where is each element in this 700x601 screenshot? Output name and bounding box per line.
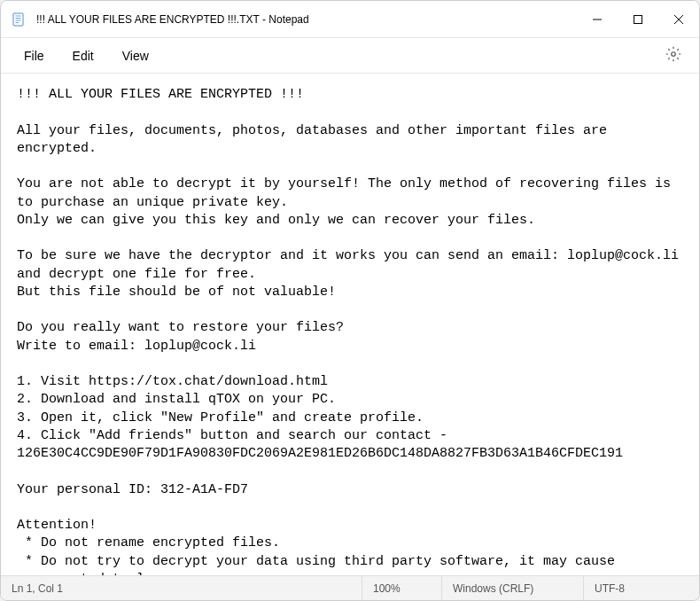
- window-controls: [577, 1, 699, 37]
- titlebar[interactable]: !!! ALL YOUR FILES ARE ENCRYPTED !!!.TXT…: [1, 1, 699, 38]
- status-position: Ln 1, Col 1: [1, 576, 362, 600]
- gear-icon: [665, 46, 681, 66]
- statusbar: Ln 1, Col 1 100% Windows (CRLF) UTF-8: [1, 575, 699, 600]
- maximize-button[interactable]: [618, 1, 658, 37]
- status-encoding: UTF-8: [584, 576, 699, 600]
- status-lineending: Windows (CRLF): [442, 576, 584, 600]
- svg-rect-0: [13, 13, 23, 26]
- minimize-button[interactable]: [577, 1, 618, 37]
- status-zoom: 100%: [362, 576, 442, 600]
- svg-point-9: [672, 51, 676, 56]
- settings-button[interactable]: [658, 41, 688, 71]
- menubar: File Edit View: [1, 38, 699, 74]
- svg-rect-6: [634, 15, 642, 23]
- menu-file[interactable]: File: [12, 43, 57, 68]
- window-title: !!! ALL YOUR FILES ARE ENCRYPTED !!!.TXT…: [36, 13, 577, 26]
- editor-content[interactable]: !!! ALL YOUR FILES ARE ENCRYPTED !!! All…: [1, 74, 699, 575]
- menu-edit[interactable]: Edit: [60, 43, 106, 68]
- notepad-window: !!! ALL YOUR FILES ARE ENCRYPTED !!!.TXT…: [0, 0, 700, 601]
- close-button[interactable]: [658, 1, 699, 37]
- notepad-icon: [12, 12, 26, 27]
- menu-view[interactable]: View: [110, 43, 161, 68]
